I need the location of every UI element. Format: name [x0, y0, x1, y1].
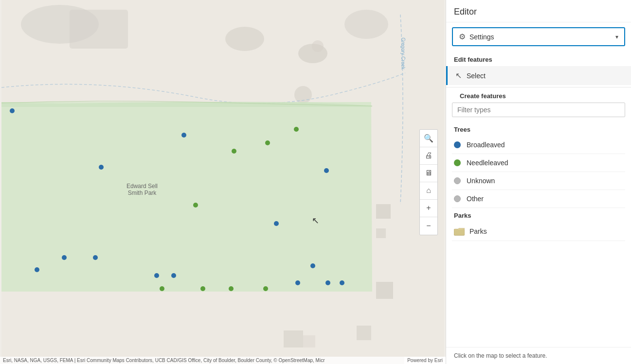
- svg-point-36: [193, 203, 198, 208]
- svg-point-32: [340, 280, 344, 285]
- svg-rect-12: [303, 335, 315, 347]
- map-toolbar: 🔍 🖨 🖥 ⌂ + −: [419, 129, 438, 235]
- svg-point-28: [310, 263, 315, 268]
- svg-rect-13: [357, 326, 371, 340]
- edit-features-header: Edit features: [446, 51, 631, 66]
- search-tool-icon: 🔍: [424, 134, 433, 143]
- svg-point-20: [181, 133, 186, 138]
- gear-icon: ⚙: [459, 32, 466, 41]
- zoom-in-button[interactable]: +: [420, 200, 437, 217]
- select-label: Select: [467, 72, 486, 80]
- other-dot: [454, 195, 461, 202]
- svg-point-21: [99, 165, 104, 170]
- svg-point-24: [35, 267, 39, 272]
- map-attribution: Esri, NASA, NGA, USGS, FEMA | Esri Commu…: [0, 357, 446, 364]
- home-button[interactable]: ⌂: [420, 182, 437, 200]
- other-label: Other: [467, 195, 484, 203]
- trees-category-label: Trees: [452, 122, 625, 136]
- svg-point-30: [295, 280, 300, 285]
- status-bar: Click on the map to select a feature.: [446, 347, 631, 364]
- list-item[interactable]: Unknown: [452, 172, 625, 190]
- powered-by: Powered by Esri: [404, 357, 446, 364]
- zoom-in-icon: +: [426, 204, 431, 212]
- svg-point-31: [325, 280, 330, 285]
- select-tool-item[interactable]: ↖ Select: [446, 66, 631, 85]
- zoom-out-button[interactable]: −: [420, 217, 437, 235]
- monitor-icon: 🖥: [425, 169, 433, 177]
- svg-rect-11: [284, 330, 303, 347]
- needleleaved-label: Needleleaved: [467, 159, 508, 167]
- chevron-down-icon: ▾: [615, 34, 618, 40]
- filter-types-input[interactable]: [452, 103, 625, 117]
- cursor-icon: ↖: [455, 71, 462, 80]
- create-features-header: Create features: [452, 87, 625, 103]
- svg-point-5: [344, 10, 388, 39]
- svg-point-39: [229, 286, 234, 291]
- svg-rect-9: [376, 228, 386, 238]
- svg-point-3: [225, 27, 264, 51]
- broadleaved-dot: [454, 141, 461, 148]
- editor-panel: Editor ⚙ Settings ▾ Edit features ↖ Sele…: [446, 0, 631, 364]
- svg-point-34: [265, 140, 270, 145]
- folder-icon: [454, 227, 465, 236]
- editor-title: Editor: [446, 0, 631, 22]
- edit-features-section: Edit features ↖ Select: [446, 51, 631, 85]
- svg-rect-10: [376, 282, 393, 299]
- svg-point-33: [294, 127, 299, 132]
- svg-point-23: [93, 255, 98, 260]
- needleleaved-dot: [454, 159, 461, 166]
- svg-point-19: [10, 108, 15, 113]
- list-item[interactable]: Other: [452, 190, 625, 208]
- map-container[interactable]: Edward Sell Smith Park Gregory Creek Gre…: [0, 0, 446, 364]
- svg-rect-41: [454, 229, 465, 235]
- svg-point-40: [263, 286, 268, 291]
- svg-text:Smith Park: Smith Park: [128, 190, 157, 196]
- svg-point-38: [200, 286, 205, 291]
- search-tool-button[interactable]: 🔍: [420, 130, 437, 147]
- print-icon: 🖨: [425, 151, 433, 160]
- svg-point-7: [312, 40, 324, 52]
- list-item[interactable]: Broadleaved: [452, 136, 625, 154]
- svg-rect-8: [376, 204, 391, 219]
- zoom-out-icon: −: [426, 222, 431, 230]
- svg-text:Gregory Creek: Gregory Creek: [400, 37, 406, 70]
- home-icon: ⌂: [426, 186, 431, 195]
- map-svg: Edward Sell Smith Park Gregory Creek Gre…: [0, 0, 446, 364]
- svg-point-37: [160, 286, 164, 291]
- print-button[interactable]: 🖨: [420, 147, 437, 165]
- monitor-button[interactable]: 🖥: [420, 165, 437, 182]
- settings-dropdown[interactable]: ⚙ Settings ▾: [452, 27, 625, 46]
- svg-text:Edward Sell: Edward Sell: [126, 183, 158, 190]
- svg-point-26: [171, 273, 176, 278]
- svg-point-29: [324, 168, 329, 173]
- create-features-section: Create features Trees Broadleaved Needle…: [446, 87, 631, 245]
- settings-label: Settings: [469, 33, 615, 41]
- svg-point-35: [232, 149, 236, 154]
- list-item[interactable]: Needleleaved: [452, 154, 625, 172]
- unknown-dot: [454, 177, 461, 184]
- unknown-label: Unknown: [467, 177, 495, 185]
- svg-point-27: [274, 221, 279, 226]
- svg-text:↖: ↖: [312, 216, 319, 225]
- parks-category-label: Parks: [452, 208, 625, 222]
- svg-point-25: [154, 273, 159, 278]
- svg-point-22: [62, 255, 67, 260]
- svg-rect-2: [70, 10, 128, 49]
- broadleaved-label: Broadleaved: [467, 141, 505, 149]
- list-item[interactable]: Parks: [452, 222, 625, 241]
- parks-label: Parks: [469, 227, 487, 235]
